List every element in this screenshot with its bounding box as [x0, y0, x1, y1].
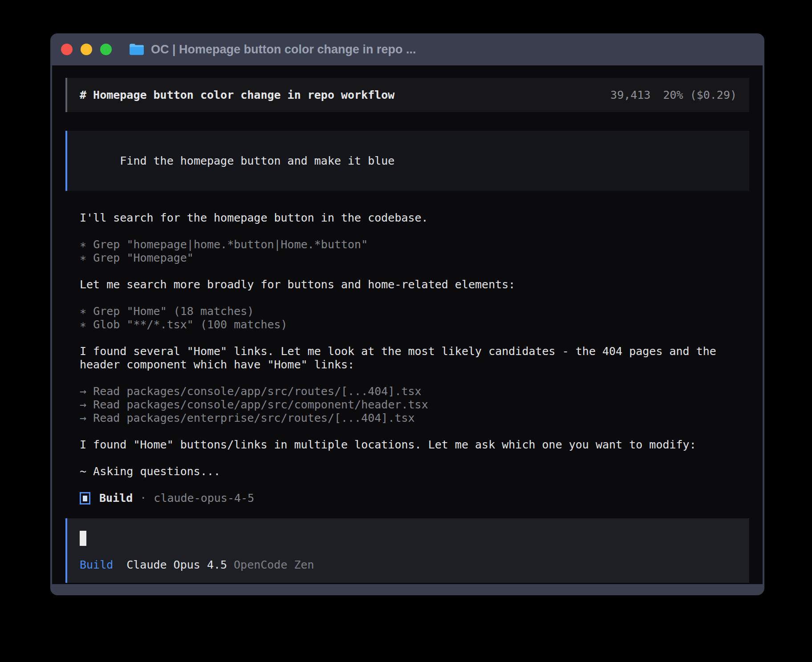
build-agent-icon — [80, 492, 90, 505]
tool-call-text: Grep "homepage|home.*button|Home.*button… — [93, 238, 368, 251]
tool-call-glob: ∗ Glob "**/*.tsx" (100 matches) — [80, 318, 749, 331]
arrow-right-icon: → — [80, 412, 86, 424]
titlebar[interactable]: OC | Homepage button color change in rep… — [50, 33, 764, 65]
tool-call-text: Read packages/console/app/src/routes/[..… — [93, 385, 422, 398]
session-header: # Homepage button color change in repo w… — [65, 78, 749, 112]
folder-icon — [129, 43, 145, 56]
input-provider-label: OpenCode Zen — [234, 558, 314, 571]
agent-name: Build — [99, 492, 133, 505]
close-button[interactable] — [61, 44, 73, 55]
agent-model: claude-opus-4-5 — [154, 492, 254, 505]
tool-call-grep: ∗ Grep "Homepage" — [80, 251, 749, 265]
tool-call-read: → Read packages/console/app/src/componen… — [80, 398, 749, 412]
terminal-window: OC | Homepage button color change in rep… — [50, 33, 764, 595]
assistant-text: header component which have "Home" links… — [80, 358, 749, 371]
terminal-content: # Homepage button color change in repo w… — [52, 65, 763, 584]
text-cursor — [80, 531, 86, 546]
tool-call-grep: ∗ Grep "homepage|home.*button|Home.*butt… — [80, 238, 749, 251]
assistant-text: I found "Home" buttons/links in multiple… — [80, 438, 749, 452]
tool-star-icon: ∗ — [80, 318, 86, 331]
context-usage: 20% ($0.29) — [663, 89, 737, 101]
session-title: # Homepage button color change in repo w… — [80, 89, 394, 101]
tool-call-read: → Read packages/enterprise/src/routes/[.… — [80, 412, 749, 425]
assistant-status-text: ~ Asking questions... — [80, 465, 749, 478]
window-title: OC | Homepage button color change in rep… — [129, 43, 416, 57]
user-message-text: Find the homepage button and make it blu… — [120, 154, 394, 167]
tool-star-icon: ∗ — [80, 238, 86, 251]
arrow-right-icon: → — [80, 398, 86, 411]
session-stats: 39,413 20% ($0.29) — [610, 89, 737, 101]
zoom-button[interactable] — [100, 44, 112, 55]
tool-call-text: Read packages/console/app/src/component/… — [93, 398, 428, 411]
input-model-label[interactable]: Claude Opus 4.5 — [126, 558, 227, 571]
assistant-text: Let me search more broadly for buttons a… — [80, 278, 749, 291]
arrow-right-icon: → — [80, 385, 86, 398]
assistant-text: I'll search for the homepage button in t… — [80, 211, 749, 225]
tool-call-text: Grep "Home" (18 matches) — [93, 305, 254, 318]
agent-separator: · — [140, 492, 146, 505]
window-controls — [61, 44, 112, 55]
tool-call-read: → Read packages/console/app/src/routes/[… — [80, 385, 749, 398]
tool-call-text: Grep "Homepage" — [93, 251, 194, 264]
tool-star-icon: ∗ — [80, 305, 86, 318]
token-count: 39,413 — [610, 89, 650, 101]
tool-call-text: Glob "**/*.tsx" (100 matches) — [93, 318, 288, 331]
conversation: I'll search for the homepage button in t… — [65, 211, 749, 505]
minimize-button[interactable] — [81, 44, 92, 55]
window-title-text: OC | Homepage button color change in rep… — [151, 43, 416, 57]
prompt-input[interactable]: Build Claude Opus 4.5 OpenCode Zen — [65, 518, 749, 583]
tool-star-icon: ∗ — [80, 251, 86, 264]
agent-status-line: Build · claude-opus-4-5 — [80, 492, 749, 505]
assistant-text: I found several "Home" links. Let me loo… — [80, 345, 749, 358]
user-message: Find the homepage button and make it blu… — [65, 131, 749, 191]
tool-call-text: Read packages/enterprise/src/routes/[...… — [93, 412, 414, 424]
tool-call-grep: ∗ Grep "Home" (18 matches) — [80, 305, 749, 318]
input-footer: Build Claude Opus 4.5 OpenCode Zen — [80, 558, 737, 571]
input-agent-label[interactable]: Build — [80, 558, 113, 571]
